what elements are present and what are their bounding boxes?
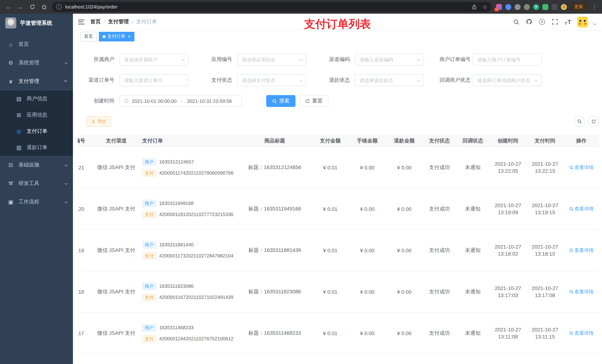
search-icon: [272, 99, 277, 104]
sidebar-item-workflow[interactable]: ▣ 工作流程: [0, 193, 73, 211]
filter-channel-code: 渠道编码: [322, 54, 424, 65]
column-header: 支付金额: [312, 137, 349, 144]
sidebar-item-merchant-info[interactable]: ▤ 商户信息: [0, 91, 73, 107]
create-time-range-picker[interactable]: 2021-10-01 00:00:00 - 2021-10-31 23:59:5…: [119, 95, 242, 107]
view-detail-link[interactable]: 查看详情: [569, 247, 594, 254]
font-size-icon[interactable]: TT: [564, 18, 572, 26]
back-button[interactable]: ←: [4, 2, 13, 12]
filter-label: 退款状态: [322, 77, 355, 83]
refund-status-select[interactable]: [355, 74, 424, 86]
order-id: 119: [78, 247, 89, 253]
notify-status: 未通知: [456, 288, 489, 295]
sidebar-item-pay-order[interactable]: ◎ 支付订单: [0, 123, 73, 139]
refund-status-input[interactable]: [355, 74, 424, 86]
export-button[interactable]: 导出: [86, 116, 111, 126]
refresh-button[interactable]: [27, 2, 37, 12]
navbar-actions: ? TT: [512, 16, 596, 27]
refund-amount: ¥ 0.00: [386, 165, 423, 170]
channel-order-no-field[interactable]: [119, 74, 188, 86]
sidebar-toggle-icon[interactable]: [78, 20, 85, 24]
pay-amount: ¥ 0.01: [312, 247, 349, 253]
search-icon: [569, 207, 573, 211]
tool-icon: ⚒: [7, 180, 14, 187]
browser-menu-icon[interactable]: ⋮: [591, 3, 598, 10]
sidebar-item-refund-order[interactable]: ▥ 退款订单: [0, 139, 73, 156]
home-button[interactable]: [39, 2, 49, 12]
filter-merchant: 所属商户: [86, 54, 188, 65]
address-bar[interactable]: i localhost:1024/pay/order ☆: [52, 2, 492, 12]
app-select[interactable]: [237, 54, 306, 65]
github-icon[interactable]: [525, 18, 533, 26]
view-detail-link[interactable]: 查看详情: [569, 288, 594, 295]
notify-status-input[interactable]: [473, 74, 542, 86]
help-icon[interactable]: ?: [538, 18, 546, 26]
toggle-search-button[interactable]: [574, 116, 585, 127]
pay-amount: ¥ 0.01: [312, 330, 349, 336]
product-title: 标题：1635311823086: [238, 288, 312, 295]
app-select-input[interactable]: [237, 54, 306, 65]
sidebar-item-system[interactable]: ⚙ 系统管理: [0, 54, 73, 72]
extension-icon[interactable]: [524, 4, 530, 10]
notify-status-select[interactable]: [473, 74, 542, 86]
extension-icon[interactable]: [505, 4, 511, 10]
tab-home[interactable]: 首页: [80, 32, 97, 41]
breadcrumb-section[interactable]: 支付管理: [108, 19, 129, 25]
channel-code-select[interactable]: [355, 54, 424, 65]
sidebar-item-home[interactable]: ⌂ 首页: [0, 35, 73, 54]
view-detail-link[interactable]: 查看详情: [569, 164, 594, 171]
pay-order-cell: 商户 1635311468233 支付 42000011942021102767…: [137, 324, 238, 342]
channel-code-input[interactable]: [355, 54, 424, 65]
sidebar-item-infrastructure[interactable]: ⊟ 基础设施: [0, 156, 73, 174]
extension-icon[interactable]: [515, 4, 521, 10]
merchant-order-no-input[interactable]: [473, 54, 542, 65]
filter-label: 创建时间: [86, 98, 119, 104]
date-start[interactable]: 2021-10-01 00:00:00: [132, 98, 176, 104]
view-detail-link[interactable]: 查看详情: [569, 330, 594, 336]
sidebar: 芋道管理系统 ⌂ 首页 ⚙ 系统管理 ¥ 支付管理: [0, 14, 73, 364]
channel-pay-order-no: 4200001167202110271022491439: [159, 294, 233, 300]
sidebar-item-app-info[interactable]: ⊞ 应用信息: [0, 107, 73, 123]
reset-button[interactable]: 重置: [299, 95, 328, 107]
extension-icon[interactable]: [542, 4, 548, 10]
url-text[interactable]: localhost:1024/pay/order: [65, 4, 118, 10]
extension-icon[interactable]: [552, 4, 558, 10]
fullscreen-icon[interactable]: [551, 18, 559, 26]
sidebar-item-devtools[interactable]: ⚒ 研发工具: [0, 174, 73, 193]
tab-pay-order[interactable]: 支付订单 ×: [99, 32, 134, 41]
merchant-select[interactable]: [119, 54, 188, 65]
forward-button[interactable]: →: [16, 2, 25, 12]
sidebar-item-label: 基础设施: [19, 162, 60, 168]
merchant-order-no-field[interactable]: [473, 54, 542, 65]
pay-status-select[interactable]: [237, 74, 306, 86]
search-icon: [569, 331, 573, 335]
column-header: 支付订单: [137, 137, 238, 144]
app-logo: [5, 17, 16, 29]
app-logo-row[interactable]: 芋道管理系统: [0, 14, 73, 32]
view-detail-link[interactable]: 查看详情: [569, 206, 594, 212]
merchant-select-input[interactable]: [119, 54, 188, 65]
extension-icon[interactable]: 10: [496, 4, 502, 10]
browser-profile-avatar[interactable]: [561, 4, 567, 10]
breadcrumb-home[interactable]: 首页: [90, 19, 101, 25]
create-time: 2021-10-27 13:17:03: [489, 285, 527, 298]
search-button[interactable]: 搜索: [266, 95, 295, 107]
browser-update-button[interactable]: 更新: [570, 2, 587, 11]
search-icon[interactable]: [512, 18, 520, 26]
date-end[interactable]: 2021-10-31 23:59:59: [187, 98, 232, 104]
top-navbar: 首页 / 支付管理 / 支付订单 ?: [73, 14, 602, 30]
info-icon[interactable]: i: [56, 4, 62, 10]
refresh-table-button[interactable]: [588, 116, 599, 127]
share-icon[interactable]: [471, 3, 478, 10]
vue-devtools-extension-icon[interactable]: [533, 4, 539, 10]
close-icon[interactable]: ×: [128, 34, 130, 39]
channel-order-no-input[interactable]: [119, 74, 188, 86]
tab-label: 支付订单: [107, 33, 125, 40]
sidebar-item-payment[interactable]: ¥ 支付管理: [0, 72, 73, 91]
pay-time: 2021-10-27 13:17:08: [527, 285, 563, 298]
merchant-tag: 商户: [142, 282, 156, 290]
user-avatar[interactable]: [577, 16, 588, 27]
bookmark-star-icon[interactable]: ☆: [483, 4, 487, 10]
target-icon: ◎: [16, 128, 22, 135]
chevron-down-icon[interactable]: [593, 21, 597, 25]
pay-status-input[interactable]: [237, 74, 306, 86]
